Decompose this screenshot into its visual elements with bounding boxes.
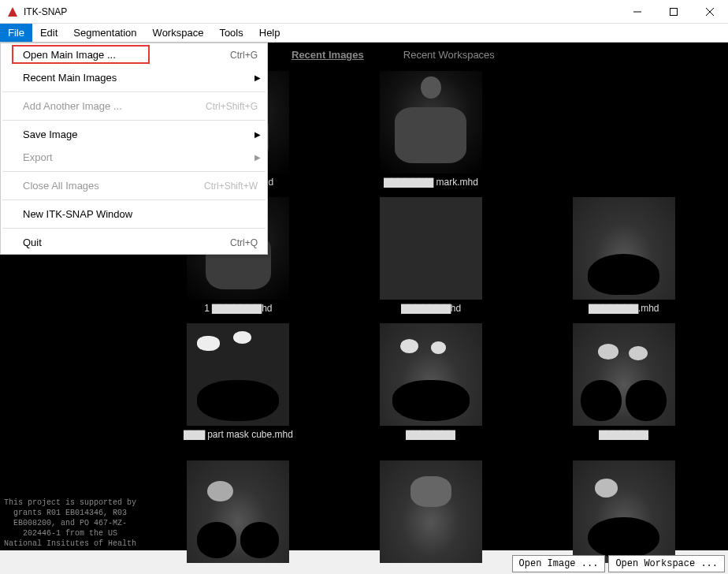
menu-item-label: Add Another Image ... <box>23 100 206 112</box>
bottom-bar: Open Image ... Open Workspace ... <box>512 555 725 572</box>
thumbnail-label: 1 ▇▇▇▇▇▇▇hd <box>204 303 272 314</box>
thumbnail-item[interactable]: ▇▇▇▇▇▇▇ mark.mhd <box>335 66 528 192</box>
menu-open-main-image[interactable]: Open Main Image ... Ctrl+G <box>1 43 267 66</box>
menu-edit[interactable]: Edit <box>32 24 65 42</box>
thumbnail-label: ▇▇▇▇▇▇▇ mark.mhd <box>384 177 478 188</box>
close-button[interactable] <box>692 0 728 24</box>
submenu-arrow-icon: ▶ <box>254 130 261 139</box>
maximize-button[interactable] <box>656 0 692 24</box>
menu-separator <box>2 228 266 229</box>
file-menu-dropdown: Open Main Image ... Ctrl+G Recent Main I… <box>0 43 268 255</box>
thumbnail-label: ▇▇▇▇▇▇▇hd <box>401 303 461 314</box>
menu-segmentation[interactable]: Segmentation <box>65 24 144 42</box>
thumbnail-item[interactable]: ▇▇▇▇▇▇▇ <box>335 319 528 445</box>
menu-separator <box>2 199 266 200</box>
tabs: Recent Images Recent Workspaces <box>292 49 495 61</box>
app-title: ITK-SNAP <box>24 6 619 17</box>
menu-item-label: New ITK-SNAP Window <box>23 208 258 220</box>
menu-item-label: Export <box>23 151 258 163</box>
window-controls <box>619 0 728 24</box>
thumbnail-item[interactable] <box>527 445 720 571</box>
menu-workspace[interactable]: Workspace <box>145 24 212 42</box>
thumbnail-item[interactable]: ▇▇▇▇▇▇▇ <box>527 319 720 445</box>
svg-rect-1 <box>670 8 678 15</box>
thumbnail-label: ▇▇▇▇▇▇▇ <box>406 429 455 440</box>
minimize-button[interactable] <box>619 0 656 24</box>
menu-item-label: Close All Images <box>23 180 204 192</box>
app-icon <box>6 6 19 18</box>
menu-separator <box>2 120 266 121</box>
thumbnail-label: ▇▇▇ part mask cube.mhd <box>184 429 293 440</box>
open-image-button[interactable]: Open Image ... <box>512 555 606 572</box>
thumbnail-item[interactable] <box>335 445 528 571</box>
menu-add-another-image: Add Another Image ... Ctrl+Shift+G <box>1 95 267 117</box>
thumbnail-item[interactable]: ▇▇▇ part mask cube.mhd <box>142 319 335 445</box>
menu-file[interactable]: File <box>0 24 32 42</box>
submenu-arrow-icon: ▶ <box>254 153 261 162</box>
menu-export: Export ▶ <box>1 146 267 169</box>
footer-credits: This project is supported by grants R01 … <box>3 498 137 549</box>
menu-separator <box>2 91 266 92</box>
menu-help[interactable]: Help <box>251 24 288 42</box>
titlebar: ITK-SNAP <box>0 0 728 24</box>
menu-close-all-images: Close All Images Ctrl+Shift+W <box>1 174 267 197</box>
open-workspace-button[interactable]: Open Workspace ... <box>608 555 725 572</box>
menu-item-shortcut: Ctrl+Shift+G <box>206 101 258 112</box>
menu-item-label: Recent Main Images <box>23 72 258 84</box>
menu-quit[interactable]: Quit Ctrl+Q <box>1 231 267 254</box>
menu-item-label: Open Main Image ... <box>23 49 230 61</box>
tab-recent-workspaces[interactable]: Recent Workspaces <box>403 49 495 61</box>
menu-separator <box>2 171 266 172</box>
menu-recent-main-images[interactable]: Recent Main Images ▶ <box>1 66 267 89</box>
menu-item-shortcut: Ctrl+Shift+W <box>204 181 258 192</box>
menu-new-window[interactable]: New ITK-SNAP Window <box>1 203 267 226</box>
submenu-arrow-icon: ▶ <box>254 73 261 82</box>
thumbnail-item[interactable]: ▇▇▇▇▇▇▇.mhd <box>527 192 720 319</box>
thumbnail-item[interactable]: ▇▇▇▇▇▇▇hd <box>335 192 528 319</box>
menu-tools[interactable]: Tools <box>211 24 251 42</box>
tab-recent-images[interactable]: Recent Images <box>292 49 364 61</box>
thumbnail-label: ▇▇▇▇▇▇▇ <box>599 429 648 440</box>
menu-save-image[interactable]: Save Image ▶ <box>1 123 267 146</box>
menu-item-shortcut: Ctrl+Q <box>230 237 258 248</box>
menu-item-shortcut: Ctrl+G <box>230 50 258 61</box>
menu-item-label: Quit <box>23 237 230 248</box>
menu-item-label: Save Image <box>23 129 258 140</box>
thumbnail-item[interactable] <box>142 445 335 571</box>
menubar: File Edit Segmentation Workspace Tools H… <box>0 24 728 43</box>
thumbnail-label: ▇▇▇▇▇▇▇.mhd <box>589 303 659 314</box>
